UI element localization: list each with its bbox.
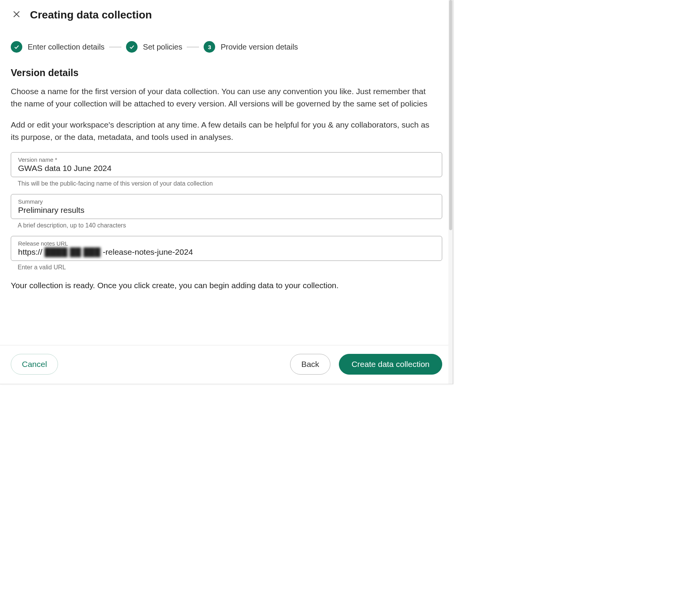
stepper: Enter collection details Set policies 3 …	[0, 21, 453, 53]
check-icon	[126, 41, 138, 53]
summary-input[interactable]	[18, 206, 435, 215]
summary-field-wrapper[interactable]: Summary	[11, 194, 442, 219]
create-collection-button[interactable]: Create data collection	[339, 354, 442, 375]
cancel-button[interactable]: Cancel	[11, 354, 58, 375]
url-suffix: -release-notes-june-2024	[103, 247, 193, 257]
step-version-details: 3 Provide version details	[204, 41, 298, 53]
step-set-policies: Set policies	[126, 41, 182, 53]
version-name-field-wrapper[interactable]: Version name *	[11, 152, 442, 177]
url-redacted: ████ ██ ███	[45, 247, 101, 257]
modal-scrollbar[interactable]	[448, 0, 453, 384]
section-title: Version details	[11, 67, 442, 78]
modal-title: Creating data collection	[30, 9, 152, 21]
step-connector	[109, 47, 121, 47]
section-paragraph-1: Choose a name for the first version of y…	[11, 85, 437, 110]
section-paragraph-2: Add or edit your workspace's description…	[11, 119, 437, 143]
version-name-helper: This will be the public-facing name of t…	[11, 180, 442, 187]
summary-helper: A brief description, up to 140 character…	[11, 222, 442, 229]
ready-text: Your collection is ready. Once you click…	[11, 281, 442, 290]
step-label: Set policies	[143, 43, 182, 51]
release-notes-input[interactable]: https:// ████ ██ ███ -release-notes-june…	[18, 247, 435, 257]
step-label: Enter collection details	[28, 43, 105, 51]
check-icon	[11, 41, 22, 53]
close-button[interactable]	[11, 8, 22, 21]
step-number-badge: 3	[204, 41, 215, 53]
url-prefix: https://	[18, 247, 42, 257]
release-notes-label: Release notes URL	[18, 240, 435, 247]
step-connector	[187, 47, 199, 47]
back-button[interactable]: Back	[290, 354, 330, 375]
modal-footer: Cancel Back Create data collection	[0, 345, 453, 384]
step-enter-details: Enter collection details	[11, 41, 105, 53]
scrollbar-thumb[interactable]	[449, 0, 452, 230]
summary-label: Summary	[18, 198, 435, 205]
close-icon	[12, 10, 21, 20]
release-notes-field-wrapper[interactable]: Release notes URL https:// ████ ██ ███ -…	[11, 236, 442, 261]
version-name-input[interactable]	[18, 164, 435, 173]
version-name-label: Version name *	[18, 156, 435, 163]
create-collection-modal: Creating data collection Enter collectio…	[0, 0, 453, 384]
release-notes-helper: Enter a valid URL	[11, 264, 442, 271]
step-label: Provide version details	[221, 43, 298, 51]
